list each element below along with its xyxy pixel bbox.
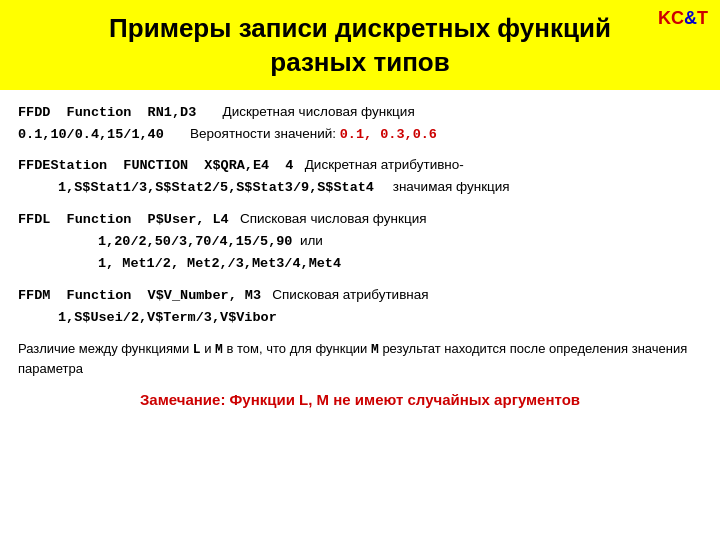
title-line1: Примеры записи дискретных функций [109, 13, 611, 43]
ffdl-desc: Списковая числовая функция [229, 211, 427, 226]
note-text-before-l: Различие между функциями [18, 341, 193, 356]
block-ffdd: FFDD Function RN1,D3 Дискретная числовая… [18, 102, 702, 146]
ffdd-prob-values: 0.1, 0.3,0.6 [340, 127, 437, 142]
ffdl-line1: FFDL Function P$User, L4 Списковая число… [18, 209, 702, 231]
ffdd-values: 0.1,10/0.4,15/1,40 [18, 127, 164, 142]
block-ffdl: FFDL Function P$User, L4 Списковая число… [18, 209, 702, 275]
ffdm-line2: 1,S$Usei/2,V$Term/3,V$Vibor [58, 307, 702, 329]
block-ffdm: FFDM Function V$V_Number, M3 Списковая а… [18, 285, 702, 329]
ffdd-colon: : [332, 126, 340, 141]
header: Примеры записи дискретных функций разных… [0, 0, 720, 90]
block-ffdestation: FFDEStation FUNCTION X$QRA,E4 4 Дискретн… [18, 155, 702, 199]
ffdd-line2: 0.1,10/0.4,15/1,40 Вероятности значений:… [18, 124, 702, 146]
note-text-after: в том, что для функции [223, 341, 371, 356]
note-block: Различие между функциями L и M в том, чт… [18, 339, 702, 379]
note-text-between: и [201, 341, 216, 356]
ffdl-keyword: FFDL Function P$User, L4 [18, 212, 229, 227]
remark-l: L, M [299, 391, 329, 408]
remark: Замечание: Функции L, M не имеют случайн… [18, 391, 702, 408]
ffde-values: 1,S$Stat1/3,S$Stat2/5,S$Stat3/9,S$Stat4 [58, 180, 374, 195]
ffdm-keyword: FFDM Function V$V_Number, M3 [18, 288, 261, 303]
content: FFDD Function RN1,D3 Дискретная числовая… [0, 90, 720, 540]
note-m1: M [215, 342, 223, 357]
ffdl-line3: 1, Met1/2, Met2,/3,Met3/4,Met4 [98, 253, 702, 275]
ffdm-values: 1,S$Usei/2,V$Term/3,V$Vibor [58, 310, 277, 325]
header-title: Примеры записи дискретных функций разных… [20, 12, 700, 80]
title-line2: разных типов [270, 47, 449, 77]
ffde-desc2: значимая функция [374, 179, 510, 194]
note-m2: M [371, 342, 379, 357]
ffde-line2: 1,S$Stat1/3,S$Stat2/5,S$Stat3/9,S$Stat4 … [58, 177, 702, 199]
ffde-keyword: FFDEStation FUNCTION X$QRA,E4 4 [18, 158, 293, 173]
remark-text-after: не имеют случайных аргументов [329, 391, 580, 408]
note-l: L [193, 342, 201, 357]
ffdd-prob-label: Вероятности значений [164, 126, 332, 141]
page: Примеры записи дискретных функций разных… [0, 0, 720, 540]
ffdd-function: Function [67, 105, 132, 120]
ffde-desc: Дискретная атрибутивно- [293, 157, 463, 172]
ffdm-desc: Списковая атрибутивная [261, 287, 429, 302]
ffdm-line1: FFDM Function V$V_Number, M3 Списковая а… [18, 285, 702, 307]
ffdd-desc: Дискретная числовая функция [196, 104, 414, 119]
remark-text-before: Замечание: Функции [140, 391, 299, 408]
ffdd-params: RN1,D3 [131, 105, 196, 120]
ffdl-line2: 1,20/2,50/3,70/4,15/5,90 или [98, 231, 702, 253]
logo: KC&T [658, 8, 708, 29]
ffdl-or: или [292, 233, 322, 248]
ffde-line1: FFDEStation FUNCTION X$QRA,E4 4 Дискретн… [18, 155, 702, 177]
ffdd-line1: FFDD Function RN1,D3 Дискретная числовая… [18, 102, 702, 124]
ffdl-values2: 1, Met1/2, Met2,/3,Met3/4,Met4 [98, 256, 341, 271]
ffdl-values1: 1,20/2,50/3,70/4,15/5,90 [98, 234, 292, 249]
ffdd-keyword: FFDD [18, 105, 67, 120]
